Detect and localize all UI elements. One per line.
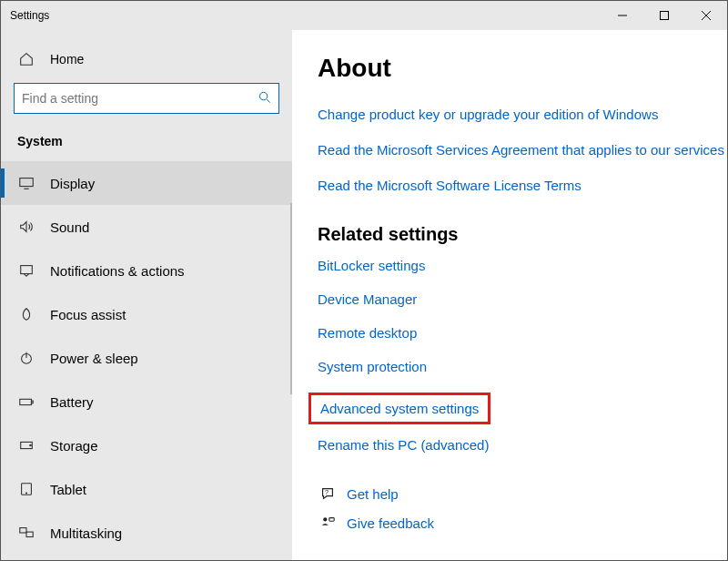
- svg-point-16: [25, 493, 26, 494]
- help-icon: ?: [318, 485, 338, 502]
- display-icon: [17, 175, 35, 191]
- svg-point-20: [323, 517, 327, 521]
- link-remote-desktop[interactable]: Remote desktop: [318, 325, 727, 341]
- sidebar-item-label: Sound: [50, 219, 89, 235]
- svg-text:?: ?: [325, 488, 329, 496]
- home-nav[interactable]: Home: [1, 41, 292, 77]
- svg-rect-1: [661, 12, 669, 20]
- focus-icon: [17, 306, 35, 322]
- main-pane: About Change product key or upgrade your…: [292, 30, 727, 560]
- sidebar-item-notifications[interactable]: Notifications & actions: [1, 249, 292, 292]
- storage-icon: [17, 437, 35, 454]
- svg-point-14: [30, 444, 31, 445]
- get-help-row[interactable]: ? Get help: [318, 485, 727, 502]
- link-rename-pc[interactable]: Rename this PC (advanced): [318, 437, 727, 453]
- home-label: Home: [50, 52, 84, 66]
- sidebar: Home System Display Sound Notifica: [1, 30, 292, 560]
- feedback-row[interactable]: Give feedback: [318, 515, 727, 531]
- svg-rect-6: [20, 178, 33, 187]
- svg-rect-11: [20, 399, 32, 404]
- sidebar-item-battery[interactable]: Battery: [1, 380, 292, 423]
- content-area: Home System Display Sound Notifica: [1, 30, 727, 560]
- sidebar-item-label: Focus assist: [50, 307, 126, 322]
- multitasking-icon: [17, 525, 35, 541]
- window-title: Settings: [10, 9, 602, 22]
- sidebar-item-focus-assist[interactable]: Focus assist: [1, 292, 292, 336]
- svg-line-5: [267, 99, 270, 103]
- sidebar-item-label: Tablet: [50, 482, 86, 497]
- related-settings-heading: Related settings: [318, 224, 727, 245]
- svg-rect-8: [21, 266, 33, 274]
- link-system-protection[interactable]: System protection: [318, 359, 727, 374]
- search-input[interactable]: [22, 91, 247, 106]
- minimize-button[interactable]: [602, 1, 643, 30]
- sidebar-item-sound[interactable]: Sound: [1, 205, 292, 249]
- sidebar-item-label: Display: [50, 176, 95, 191]
- link-advanced-system-settings[interactable]: Advanced system settings: [320, 401, 479, 416]
- link-services-agreement[interactable]: Read the Microsoft Services Agreement th…: [318, 142, 727, 158]
- sidebar-item-display[interactable]: Display: [1, 161, 292, 205]
- link-bitlocker[interactable]: BitLocker settings: [318, 258, 727, 273]
- close-button[interactable]: [685, 1, 727, 30]
- svg-rect-17: [20, 528, 26, 533]
- sidebar-item-label: Power & sleep: [50, 351, 138, 366]
- battery-icon: [17, 393, 35, 410]
- search-icon: [258, 91, 271, 107]
- highlight-advanced-system: Advanced system settings: [308, 393, 490, 424]
- sidebar-item-label: Storage: [50, 438, 98, 454]
- maximize-button[interactable]: [643, 1, 685, 30]
- sidebar-item-tablet[interactable]: Tablet: [1, 467, 292, 511]
- sidebar-item-storage[interactable]: Storage: [1, 423, 292, 467]
- link-change-product-key[interactable]: Change product key or upgrade your editi…: [318, 107, 727, 122]
- link-device-manager[interactable]: Device Manager: [318, 291, 727, 307]
- titlebar: Settings: [1, 1, 727, 30]
- tablet-icon: [17, 481, 35, 497]
- page-title: About: [318, 54, 727, 83]
- link-give-feedback[interactable]: Give feedback: [347, 515, 434, 531]
- link-license-terms[interactable]: Read the Microsoft Software License Term…: [318, 178, 727, 193]
- category-label: System: [1, 127, 292, 161]
- sidebar-item-multitasking[interactable]: Multitasking: [1, 511, 292, 555]
- svg-point-4: [259, 92, 267, 99]
- sidebar-item-label: Battery: [50, 394, 94, 410]
- power-icon: [17, 350, 35, 366]
- link-get-help[interactable]: Get help: [347, 486, 399, 502]
- sidebar-item-label: Notifications & actions: [50, 263, 185, 279]
- sidebar-item-power[interactable]: Power & sleep: [1, 336, 292, 380]
- search-box[interactable]: [14, 83, 279, 114]
- notifications-icon: [17, 262, 35, 279]
- svg-rect-12: [32, 401, 33, 403]
- sidebar-item-label: Multitasking: [50, 525, 122, 541]
- home-icon: [17, 51, 35, 67]
- svg-rect-21: [329, 518, 334, 522]
- feedback-icon: [318, 515, 338, 531]
- sound-icon: [17, 219, 35, 235]
- svg-rect-18: [26, 532, 33, 536]
